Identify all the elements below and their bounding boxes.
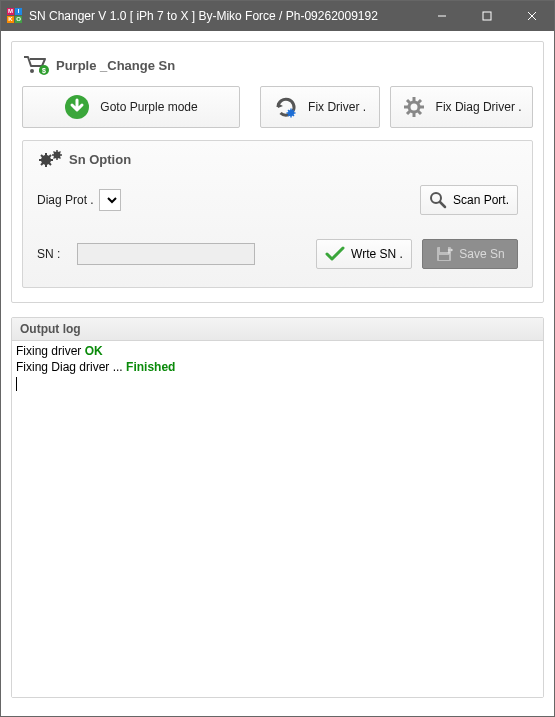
svg-point-14 xyxy=(409,102,419,112)
svg-point-40 xyxy=(448,249,450,251)
text-cursor xyxy=(16,377,17,391)
save-sn-label: Save Sn xyxy=(459,247,504,261)
svg-point-41 xyxy=(451,249,453,251)
gears-icon xyxy=(37,149,65,169)
svg-line-21 xyxy=(418,100,421,103)
checkmark-icon xyxy=(325,246,345,262)
fix-driver-label: Fix Driver . xyxy=(308,100,366,114)
maximize-button[interactable] xyxy=(464,1,509,31)
gear-icon xyxy=(402,95,426,119)
svg-rect-39 xyxy=(439,255,449,260)
section-header: $ Purple _Change Sn xyxy=(22,54,533,76)
main-panel: $ Purple _Change Sn Goto Purple mode xyxy=(11,41,544,303)
svg-text:$: $ xyxy=(42,67,46,75)
svg-rect-1 xyxy=(483,12,491,20)
output-log-group: Output log Fixing driver OK Fixing Diag … xyxy=(11,317,544,698)
output-log-title: Output log xyxy=(12,318,543,341)
svg-point-42 xyxy=(448,251,450,253)
fix-driver-button[interactable]: Fix Driver . xyxy=(260,86,380,128)
diag-port-select[interactable] xyxy=(99,189,121,211)
svg-line-20 xyxy=(418,111,421,114)
section-title: Purple _Change Sn xyxy=(56,58,175,73)
log-line: Fixing driver xyxy=(16,344,85,358)
groupbox-title: Sn Option xyxy=(69,152,131,167)
sn-input[interactable] xyxy=(77,243,255,265)
svg-line-36 xyxy=(440,202,445,207)
svg-line-19 xyxy=(407,100,410,103)
goto-purple-label: Goto Purple mode xyxy=(100,100,197,114)
svg-point-4 xyxy=(30,69,34,73)
cart-dollar-icon: $ xyxy=(22,54,50,76)
magnifier-icon xyxy=(429,191,447,209)
output-log[interactable]: Fixing driver OK Fixing Diag driver ... … xyxy=(12,341,543,697)
sn-label: SN : xyxy=(37,247,77,261)
sn-option-group: Sn Option Diag Prot . Scan Port. xyxy=(22,140,533,288)
log-status-finished: Finished xyxy=(126,360,175,374)
minimize-button[interactable] xyxy=(419,1,464,31)
svg-line-22 xyxy=(407,111,410,114)
log-line: Fixing Diag driver ... xyxy=(16,360,126,374)
refresh-gear-icon xyxy=(274,95,298,119)
log-status-ok: OK xyxy=(85,344,103,358)
write-sn-button[interactable]: Wrte SN . xyxy=(316,239,412,269)
scan-port-label: Scan Port. xyxy=(453,193,509,207)
save-icon xyxy=(435,245,453,263)
svg-rect-38 xyxy=(440,247,448,252)
scan-port-button[interactable]: Scan Port. xyxy=(420,185,518,215)
goto-purple-button[interactable]: Goto Purple mode xyxy=(22,86,240,128)
download-circle-icon xyxy=(64,94,90,120)
fix-diag-driver-label: Fix Diag Driver . xyxy=(436,100,522,114)
diag-port-label: Diag Prot . xyxy=(37,193,99,207)
titlebar: MIKO SN Changer V 1.0 [ iPh 7 to X ] By-… xyxy=(1,1,554,31)
app-icon: MIKO xyxy=(7,8,23,24)
write-sn-label: Wrte SN . xyxy=(351,247,403,261)
fix-diag-driver-button[interactable]: Fix Diag Driver . xyxy=(390,86,533,128)
window-title: SN Changer V 1.0 [ iPh 7 to X ] By-Miko … xyxy=(29,9,419,23)
save-sn-button: Save Sn xyxy=(422,239,518,269)
close-button[interactable] xyxy=(509,1,554,31)
